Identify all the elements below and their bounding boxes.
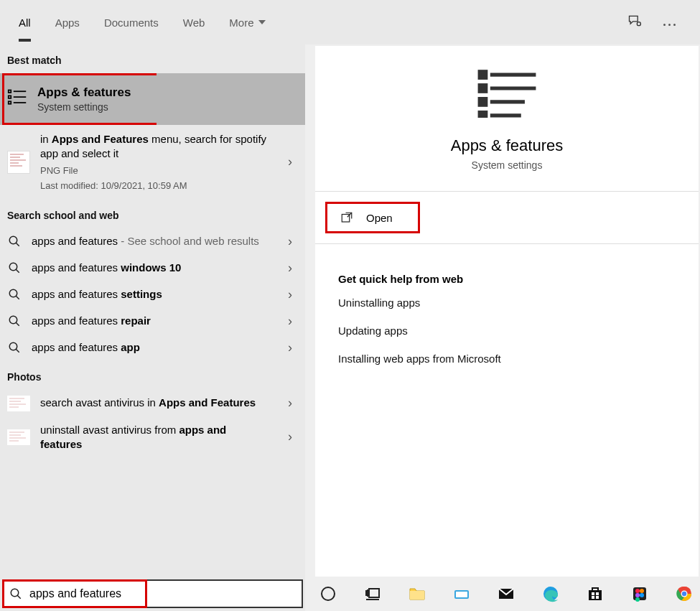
- svg-point-28: [322, 587, 335, 600]
- photo-thumbnail-icon: [7, 396, 30, 411]
- search-input[interactable]: [29, 587, 296, 600]
- svg-rect-42: [596, 596, 599, 599]
- web-result-text: apps and features app: [32, 340, 271, 355]
- web-result-4[interactable]: apps and features app ›: [0, 335, 305, 361]
- open-button-label: Open: [366, 212, 393, 224]
- web-result-0[interactable]: apps and features - See school and web r…: [0, 228, 305, 255]
- svg-rect-17: [480, 72, 486, 78]
- help-heading: Get quick help from web: [338, 273, 699, 285]
- section-photos: Photos: [0, 361, 305, 390]
- help-link-1[interactable]: Updating apps: [338, 325, 699, 337]
- search-icon: [9, 587, 22, 600]
- mail-icon[interactable]: [496, 584, 516, 604]
- photo-result-text: search avast antivirus in Apps and Featu…: [40, 396, 271, 410]
- apps-features-large-icon: [315, 67, 699, 118]
- open-button[interactable]: Open: [325, 202, 420, 233]
- apps-features-icon: [7, 88, 27, 111]
- svg-rect-2: [9, 95, 11, 98]
- chevron-right-icon[interactable]: ›: [281, 396, 299, 411]
- preview-title: Apps & features: [315, 136, 699, 155]
- chevron-right-icon[interactable]: ›: [281, 429, 299, 444]
- help-link-2[interactable]: Installing web apps from Microsoft: [338, 353, 699, 365]
- svg-point-15: [9, 342, 17, 350]
- help-link-0[interactable]: Uninstalling apps: [338, 297, 699, 309]
- svg-rect-29: [369, 589, 379, 597]
- results-pane: Best match Apps & features System settin…: [0, 45, 305, 577]
- search-icon: [7, 287, 22, 302]
- result-png-file[interactable]: in Apps and Features menu, search for sp…: [0, 125, 305, 200]
- photo-result-0[interactable]: search avast antivirus in Apps and Featu…: [0, 390, 305, 417]
- more-options-icon[interactable]: [662, 16, 677, 29]
- svg-rect-3: [9, 101, 11, 104]
- chrome-icon[interactable]: [674, 584, 694, 604]
- web-result-2[interactable]: apps and features settings ›: [0, 281, 305, 308]
- photo-result-1[interactable]: uninstall avast antivirus from apps and …: [0, 417, 305, 458]
- svg-rect-35: [456, 592, 467, 597]
- edge-icon[interactable]: [541, 584, 561, 604]
- tab-web[interactable]: Web: [183, 4, 205, 42]
- tab-apps[interactable]: Apps: [55, 4, 80, 42]
- photo-thumbnail-icon: [7, 429, 30, 445]
- svg-rect-41: [592, 596, 594, 599]
- web-result-text: apps and features windows 10: [32, 261, 271, 275]
- svg-point-46: [640, 593, 644, 597]
- best-match-title: Apps & features: [37, 85, 131, 100]
- svg-point-7: [9, 236, 17, 244]
- preview-pane: Apps & features System settings Open Get…: [315, 46, 699, 577]
- tab-all[interactable]: All: [19, 4, 31, 42]
- tab-documents[interactable]: Documents: [104, 4, 159, 42]
- svg-rect-39: [592, 592, 594, 595]
- photo-result-text: uninstall avast antivirus from apps and …: [40, 423, 271, 452]
- svg-rect-38: [589, 590, 602, 600]
- search-scope-tabs: All Apps Documents Web More: [0, 0, 700, 45]
- tab-more-label: More: [229, 17, 253, 29]
- svg-rect-20: [480, 113, 486, 118]
- svg-line-14: [16, 322, 19, 326]
- web-result-text: apps and features settings: [32, 287, 271, 302]
- task-view-icon[interactable]: [363, 584, 383, 604]
- svg-point-48: [635, 597, 640, 602]
- svg-line-16: [16, 349, 19, 353]
- search-icon: [7, 261, 22, 275]
- file-explorer-icon[interactable]: [407, 584, 427, 604]
- best-match-item[interactable]: Apps & features System settings: [0, 73, 305, 125]
- svg-rect-33: [410, 591, 424, 600]
- svg-point-45: [640, 589, 644, 593]
- svg-point-51: [682, 592, 686, 596]
- chevron-down-icon: [258, 20, 266, 24]
- cortana-icon[interactable]: [318, 584, 338, 604]
- section-search-web: Search school and web: [0, 200, 305, 228]
- chevron-right-icon[interactable]: ›: [281, 287, 299, 302]
- onscreen-keyboard-icon[interactable]: [452, 584, 472, 604]
- search-input-container[interactable]: [2, 579, 303, 608]
- svg-point-0: [637, 22, 640, 26]
- chevron-right-icon[interactable]: ›: [281, 154, 299, 169]
- svg-line-8: [16, 243, 19, 246]
- result-png-body: in Apps and Features menu, search for sp…: [40, 132, 271, 192]
- web-result-1[interactable]: apps and features windows 10 ›: [0, 255, 305, 281]
- open-icon: [340, 211, 353, 224]
- section-best-match: Best match: [0, 45, 305, 73]
- search-icon: [7, 234, 22, 248]
- svg-rect-19: [480, 99, 486, 106]
- chevron-right-icon[interactable]: ›: [281, 261, 299, 276]
- svg-point-44: [635, 589, 640, 593]
- feedback-icon[interactable]: [627, 14, 642, 31]
- web-result-3[interactable]: apps and features repair ›: [0, 308, 305, 335]
- svg-rect-40: [596, 592, 599, 595]
- microsoft-store-icon[interactable]: [585, 584, 605, 604]
- figma-icon[interactable]: [630, 584, 650, 604]
- svg-point-13: [9, 316, 17, 324]
- chevron-right-icon[interactable]: ›: [281, 234, 299, 249]
- svg-point-11: [9, 289, 17, 297]
- svg-line-10: [16, 269, 19, 273]
- chevron-right-icon[interactable]: ›: [281, 340, 299, 355]
- best-match-subtitle: System settings: [37, 101, 131, 113]
- web-result-text: apps and features repair: [32, 314, 271, 328]
- chevron-right-icon[interactable]: ›: [281, 314, 299, 329]
- svg-rect-1: [9, 90, 11, 93]
- search-icon: [7, 340, 22, 355]
- taskbar: [305, 577, 700, 611]
- search-icon: [7, 314, 22, 328]
- tab-more[interactable]: More: [229, 4, 265, 42]
